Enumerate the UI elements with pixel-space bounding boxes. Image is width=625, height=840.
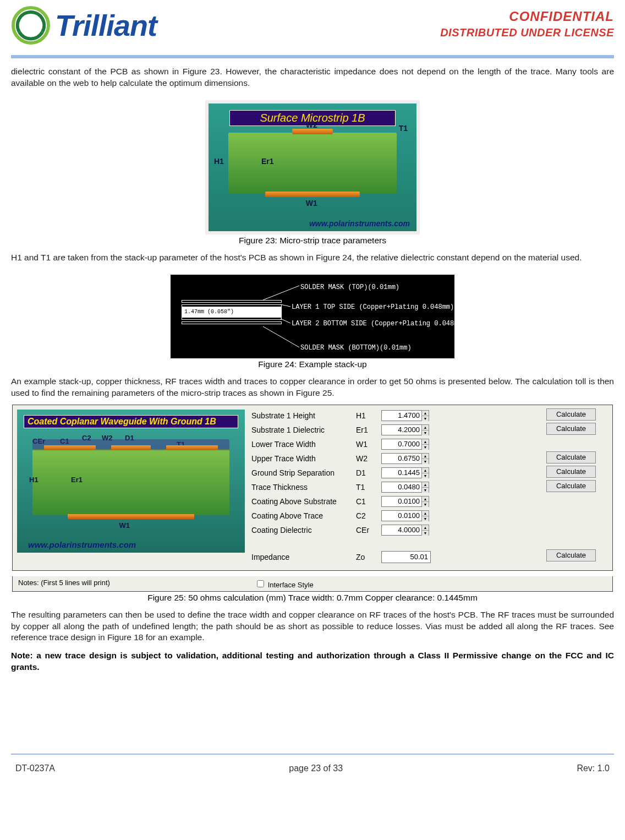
brand-logo: Trilliant <box>11 6 157 45</box>
svg-line-1 <box>263 286 299 300</box>
calculate-button[interactable]: Calculate <box>546 466 596 478</box>
param-label: Coating Dielectric <box>251 526 356 534</box>
param-label: Ground Strip Separation <box>251 468 356 477</box>
fig23-url: www.polarinstruments.com <box>309 219 410 228</box>
param-label: Trace Thickness <box>251 483 356 492</box>
fig25-param-row: Coating DielectricCEr▲▼ <box>251 523 541 537</box>
page-header: Trilliant CONFIDENTIAL DISTRIBUTED UNDER… <box>11 0 614 45</box>
figure-24: 1.47mm (0.058") SOLDER MASK (TOP)(0.01mm… <box>11 275 614 369</box>
fig23-label-h1: H1 <box>214 157 224 166</box>
fig25-anno-w1: W1 <box>119 521 130 530</box>
spinner[interactable]: ▲▼ <box>421 467 429 478</box>
fig23-label-t1: T1 <box>399 124 408 133</box>
fig25-param-row: Lower Trace WidthW1▲▼ <box>251 437 541 451</box>
stamp-license: DISTRIBUTED UNDER LICENSE <box>440 26 614 39</box>
param-label: Coating Above Substrate <box>251 497 356 506</box>
param-symbol: W1 <box>356 440 381 449</box>
param-input[interactable] <box>381 467 422 478</box>
fig25-param-row: Substrate 1 DielectricEr1▲▼ <box>251 423 541 437</box>
param-symbol: C2 <box>356 511 381 520</box>
fig25-param-row: Coating Above SubstrateC1▲▼ <box>251 494 541 509</box>
calculate-button[interactable]: Calculate <box>546 408 596 421</box>
param-symbol: C1 <box>356 497 381 506</box>
fig24-caption: Figure 24: Example stack-up <box>11 359 614 369</box>
spinner[interactable]: ▲▼ <box>421 424 429 435</box>
fig23-label-w1: W1 <box>306 199 317 208</box>
param-input[interactable] <box>381 510 422 521</box>
svg-line-3 <box>281 319 290 323</box>
figure-23: Surface Microstrip 1B W2 T1 H1 Er1 W1 ww… <box>11 100 614 246</box>
fig25-param-row: Upper Trace WidthW2▲▼ <box>251 451 541 466</box>
param-label: Coating Above Trace <box>251 511 356 520</box>
spinner[interactable]: ▲▼ <box>421 496 429 507</box>
calculate-button[interactable]: Calculate <box>546 423 596 435</box>
stamp-confidential: CONFIDENTIAL <box>440 9 614 24</box>
svg-line-2 <box>281 304 290 307</box>
fig25-param-row: Coating Above TraceC2▲▼ <box>251 509 541 523</box>
svg-line-4 <box>263 326 299 347</box>
spinner[interactable]: ▲▼ <box>421 453 429 464</box>
param-symbol: Er1 <box>356 426 381 434</box>
spinner[interactable]: ▲▼ <box>421 439 429 450</box>
page-footer: DT-0237A page 23 of 33 Rev: 1.0 <box>11 760 614 782</box>
page-root: Trilliant CONFIDENTIAL DISTRIBUTED UNDER… <box>0 0 625 793</box>
paragraph-2: H1 and T1 are taken from the stack-up pa… <box>11 252 614 264</box>
param-input[interactable] <box>381 482 422 493</box>
impedance-symbol: Zo <box>356 553 381 561</box>
param-symbol: CEr <box>356 526 381 534</box>
fig23-label-er1: Er1 <box>261 157 274 166</box>
calculate-button[interactable]: Calculate <box>546 451 596 463</box>
impedance-value: 50.01 <box>381 551 431 563</box>
brand-name: Trilliant <box>55 8 157 42</box>
footer-revision: Rev: 1.0 <box>577 763 610 773</box>
fig25-param-row: Trace ThicknessT1▲▼ <box>251 480 541 494</box>
impedance-label: Impedance <box>251 553 356 561</box>
fig25-notes-label: Notes: (First 5 lines will print) <box>13 576 249 591</box>
paragraph-4: The resulting parameters can then be use… <box>11 609 614 644</box>
param-label: Upper Trace Width <box>251 454 356 463</box>
param-input[interactable] <box>381 424 422 435</box>
fig25-anno-h1: H1 <box>29 476 39 484</box>
footer-page-number: page 23 of 33 <box>289 763 343 773</box>
param-symbol: H1 <box>356 411 381 420</box>
spinner[interactable]: ▲▼ <box>421 482 429 493</box>
fig25-calc-column: CalculateCalculateCalculateCalculateCalc… <box>546 405 612 570</box>
param-input[interactable] <box>381 525 422 536</box>
fig25-anno-er1: Er1 <box>71 476 83 484</box>
fig25-caption: Figure 25: 50 ohms calculation (mm) Trac… <box>11 593 614 603</box>
paragraph-1: dielectric constant of the PCB as shown … <box>11 66 614 89</box>
param-input[interactable] <box>381 439 422 450</box>
fig25-param-row: Ground Strip SeparationD1▲▼ <box>251 466 541 480</box>
note-paragraph: Note: a new trace design is subject to v… <box>11 650 614 673</box>
param-input[interactable] <box>381 453 422 464</box>
fig25-param-row: Substrate 1 HeightH1▲▼ <box>251 408 541 423</box>
confidentiality-stamps: CONFIDENTIAL DISTRIBUTED UNDER LICENSE <box>440 6 614 39</box>
fig25-interface-label: Interface Style <box>268 581 314 589</box>
trilliant-logo-icon <box>11 6 51 45</box>
param-label: Substrate 1 Height <box>251 411 356 420</box>
calculate-button[interactable]: Calculate <box>546 480 596 492</box>
fig25-parameters: Substrate 1 HeightH1▲▼Substrate 1 Dielec… <box>249 405 546 570</box>
paragraph-3: An example stack-up, copper thickness, R… <box>11 376 614 399</box>
figure-25: Coated Coplanar Waveguide With Ground 1B… <box>11 405 614 603</box>
param-symbol: T1 <box>356 483 381 492</box>
fig25-url: www.polarinstruments.com <box>28 540 136 549</box>
fig25-title: Coated Coplanar Waveguide With Ground 1B <box>24 415 238 428</box>
fig25-impedance-row: ImpedanceZo50.01 <box>251 547 541 567</box>
footer-doc-id: DT-0237A <box>15 763 55 773</box>
param-symbol: W2 <box>356 454 381 463</box>
fig23-caption: Figure 23: Micro-strip trace parameters <box>11 236 614 246</box>
spinner[interactable]: ▲▼ <box>421 525 429 536</box>
footer-rule <box>11 754 614 755</box>
param-symbol: D1 <box>356 468 381 477</box>
fig23-label-w2: W2 <box>306 121 317 129</box>
param-label: Substrate 1 Dielectric <box>251 426 356 434</box>
spinner[interactable]: ▲▼ <box>421 510 429 521</box>
param-label: Lower Trace Width <box>251 440 356 449</box>
fig25-interface-checkbox[interactable] <box>257 580 264 587</box>
header-rule <box>11 55 614 58</box>
calculate-button[interactable]: Calculate <box>546 549 596 561</box>
param-input[interactable] <box>381 410 422 421</box>
spinner[interactable]: ▲▼ <box>421 410 429 421</box>
param-input[interactable] <box>381 496 422 507</box>
